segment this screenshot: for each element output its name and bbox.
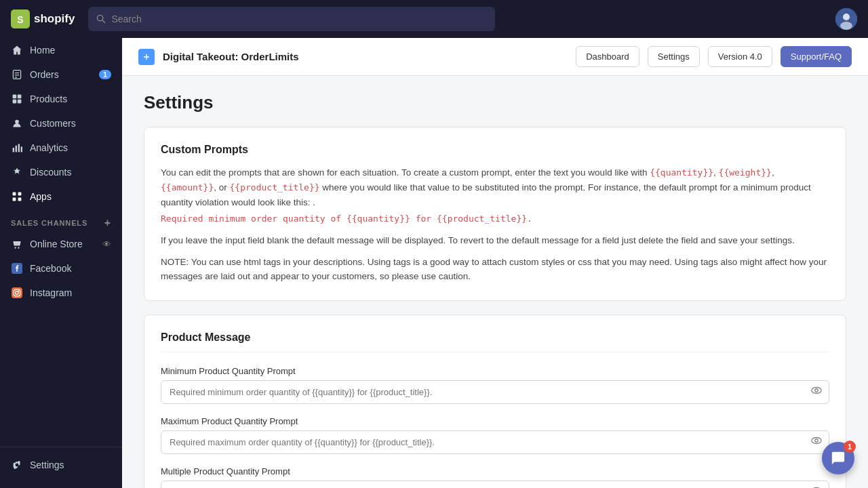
custom-prompts-para2: If you leave the input field blank the d… — [161, 233, 829, 248]
shopify-bag-icon: S — [11, 9, 30, 28]
orders-icon — [11, 68, 23, 81]
svg-text:S: S — [17, 14, 23, 25]
user-avatar-icon — [835, 8, 857, 30]
dashboard-button[interactable]: Dashboard — [576, 46, 639, 67]
multiple-product-qty-group: Multiple Product Quantity Prompt — [161, 466, 829, 488]
svg-rect-18 — [18, 144, 20, 152]
analytics-icon — [11, 142, 23, 154]
svg-rect-17 — [16, 146, 17, 152]
svg-point-35 — [815, 389, 818, 392]
min-product-qty-wrapper — [161, 380, 829, 404]
multiple-product-qty-wrapper — [161, 481, 829, 488]
sidebar-item-instagram[interactable]: Instagram — [0, 281, 122, 305]
chat-icon — [831, 451, 846, 466]
support-faq-button[interactable]: Support/FAQ — [781, 46, 852, 67]
max-product-qty-label: Maximum Product Quantity Prompt — [161, 416, 829, 426]
discounts-icon — [11, 166, 23, 178]
settings-button[interactable]: Settings — [648, 46, 700, 67]
svg-point-37 — [815, 439, 818, 443]
orders-badge: 1 — [99, 70, 111, 79]
chat-badge: 1 — [844, 441, 856, 453]
customers-icon — [11, 117, 23, 129]
max-product-qty-input[interactable] — [161, 430, 829, 454]
version-button[interactable]: Version 4.0 — [708, 46, 772, 67]
sidebar-item-online-store[interactable]: Online Store 👁 — [0, 232, 122, 256]
svg-point-30 — [18, 290, 20, 291]
min-product-qty-input[interactable] — [161, 380, 829, 404]
svg-point-24 — [14, 247, 16, 248]
settings-icon — [11, 459, 23, 471]
svg-point-5 — [843, 14, 850, 20]
page-title: Settings — [144, 92, 846, 113]
custom-prompts-title: Custom Prompts — [161, 144, 829, 156]
sidebar-bottom: Settings — [0, 447, 122, 477]
sidebar-item-home[interactable]: Home — [0, 38, 122, 62]
svg-rect-23 — [18, 198, 22, 201]
max-product-qty-wrapper — [161, 430, 829, 454]
multiple-product-qty-eye-icon[interactable] — [810, 485, 823, 488]
sidebar-item-products[interactable]: Products — [0, 87, 122, 111]
svg-rect-14 — [18, 100, 22, 104]
multiple-product-qty-input[interactable] — [161, 481, 829, 488]
multiple-product-qty-label: Multiple Product Quantity Prompt — [161, 466, 829, 476]
online-store-icon — [11, 238, 23, 250]
custom-prompts-card: Custom Prompts You can edit the prompts … — [144, 127, 846, 301]
svg-point-25 — [18, 247, 19, 248]
svg-point-36 — [812, 438, 821, 444]
add-channel-icon[interactable]: + — [104, 217, 111, 229]
app-logo-icon — [141, 52, 152, 62]
var-product-title: {{product_title}} — [230, 182, 320, 192]
sidebar: Home Orders 1 Products Customers Analy — [0, 38, 122, 488]
svg-line-3 — [103, 20, 106, 22]
svg-point-6 — [840, 22, 852, 30]
svg-rect-22 — [13, 198, 16, 201]
sidebar-item-customers[interactable]: Customers — [0, 111, 122, 136]
var-quantity: {{quantity}} — [650, 167, 713, 178]
svg-point-34 — [812, 388, 821, 394]
svg-rect-13 — [13, 100, 17, 104]
search-bar[interactable] — [88, 7, 495, 31]
min-product-qty-eye-icon[interactable] — [810, 384, 823, 399]
min-product-qty-group: Minimum Product Quantity Prompt — [161, 366, 829, 404]
apps-icon — [11, 190, 23, 203]
svg-rect-16 — [13, 148, 14, 152]
search-input[interactable] — [111, 14, 487, 24]
avatar[interactable] — [835, 8, 857, 30]
min-product-qty-label: Minimum Product Quantity Prompt — [161, 366, 829, 376]
product-message-section: Product Message Minimum Product Quantity… — [144, 314, 846, 488]
topnav: S shopify — [0, 0, 868, 38]
svg-point-2 — [98, 15, 103, 20]
search-icon — [96, 14, 106, 24]
product-message-title: Product Message — [161, 331, 829, 352]
instagram-icon — [11, 287, 23, 299]
code-example: Required minimum order quantity of {{qua… — [161, 212, 829, 226]
facebook-icon — [11, 262, 23, 274]
var-amount: {{amount}} — [161, 182, 214, 192]
max-product-qty-group: Maximum Product Quantity Prompt — [161, 416, 829, 454]
shopify-logo: S shopify — [11, 9, 75, 28]
svg-rect-11 — [13, 95, 17, 99]
svg-rect-20 — [13, 192, 16, 196]
sidebar-item-discounts[interactable]: Discounts — [0, 160, 122, 184]
svg-point-15 — [15, 120, 19, 124]
svg-rect-27 — [12, 287, 22, 298]
sidebar-item-analytics[interactable]: Analytics — [0, 136, 122, 160]
sidebar-item-orders[interactable]: Orders 1 — [0, 62, 122, 87]
custom-prompts-para1: You can edit the prompts that are shown … — [161, 165, 829, 226]
sidebar-item-apps[interactable]: Apps — [0, 184, 122, 209]
chat-bubble[interactable]: 1 — [822, 442, 854, 474]
var-weight: {{weight}} — [719, 167, 772, 178]
products-icon — [11, 93, 23, 105]
custom-prompts-para3: NOTE: You can use html tags in your desc… — [161, 255, 829, 284]
sidebar-item-settings[interactable]: Settings — [0, 453, 122, 477]
sidebar-item-facebook[interactable]: Facebook — [0, 256, 122, 281]
home-icon — [11, 44, 23, 56]
channels-section-header: SALES CHANNELS + — [0, 209, 122, 232]
main-content: Digital Takeout: OrderLimits Dashboard S… — [122, 38, 868, 488]
app-header-title: Digital Takeout: OrderLimits — [163, 51, 568, 62]
svg-rect-21 — [18, 192, 22, 196]
max-product-qty-eye-icon[interactable] — [810, 434, 823, 449]
online-store-visibility-icon[interactable]: 👁 — [102, 239, 111, 249]
svg-rect-19 — [21, 146, 22, 152]
svg-rect-12 — [18, 95, 22, 99]
